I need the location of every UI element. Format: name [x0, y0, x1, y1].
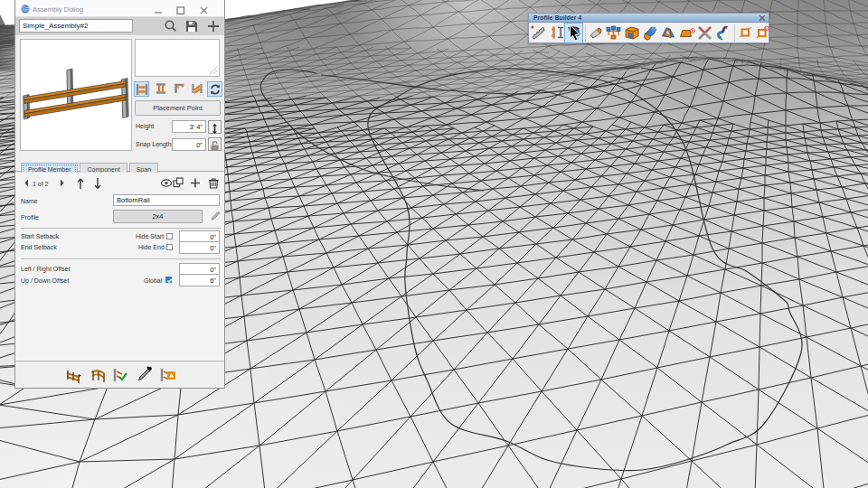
svg-text:1 of 2: 1 of 2 [33, 181, 49, 187]
